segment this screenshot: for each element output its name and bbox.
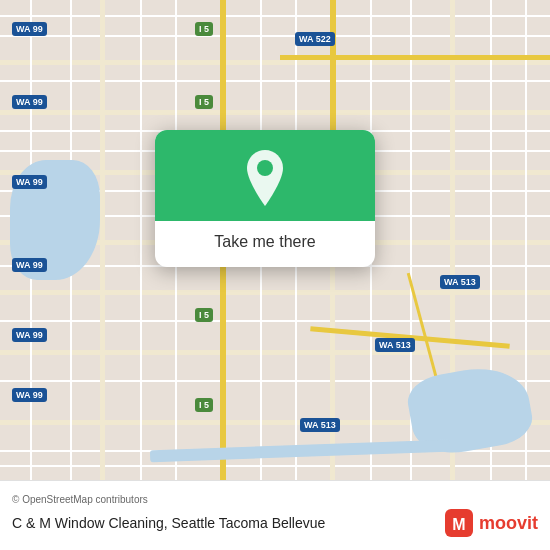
map-card-header	[155, 130, 375, 221]
highway-shield-wa513-3: WA 513	[300, 418, 340, 432]
highway-shield-wa99-4: WA 99	[12, 258, 47, 272]
location-name: C & M Window Cleaning, Seattle Tacoma Be…	[12, 515, 325, 531]
highway-shield-i5-5: I 5	[195, 398, 213, 412]
highway-shield-wa513-1: WA 513	[440, 275, 480, 289]
location-pin-icon	[241, 150, 289, 206]
highway-shield-wa99-5: WA 99	[12, 328, 47, 342]
bottom-info-bar: © OpenStreetMap contributors C & M Windo…	[0, 480, 550, 550]
highway-shield-wa513-2: WA 513	[375, 338, 415, 352]
svg-text:M: M	[452, 516, 465, 533]
osm-attribution: © OpenStreetMap contributors	[12, 494, 538, 505]
highway-shield-i5-2: I 5	[195, 95, 213, 109]
take-me-there-button[interactable]: Take me there	[214, 233, 315, 251]
highway-shield-wa99-6: WA 99	[12, 388, 47, 402]
map-view: WA 99 I 5 WA 522 WA 99 I 5 WA 99 I 5 WA …	[0, 0, 550, 480]
map-card: Take me there	[155, 130, 375, 267]
map-card-body: Take me there	[155, 221, 375, 267]
moovit-icon: M	[445, 509, 473, 537]
highway-shield-i5-4: I 5	[195, 308, 213, 322]
highway-shield-wa99-2: WA 99	[12, 95, 47, 109]
highway-shield-wa99-1: WA 99	[12, 22, 47, 36]
moovit-text: moovit	[479, 513, 538, 534]
location-info-row: C & M Window Cleaning, Seattle Tacoma Be…	[12, 509, 538, 537]
svg-point-0	[257, 160, 273, 176]
highway-shield-wa99-3: WA 99	[12, 175, 47, 189]
highway-shield-i5-1: I 5	[195, 22, 213, 36]
highway-shield-wa522: WA 522	[295, 32, 335, 46]
moovit-logo: M moovit	[445, 509, 538, 537]
